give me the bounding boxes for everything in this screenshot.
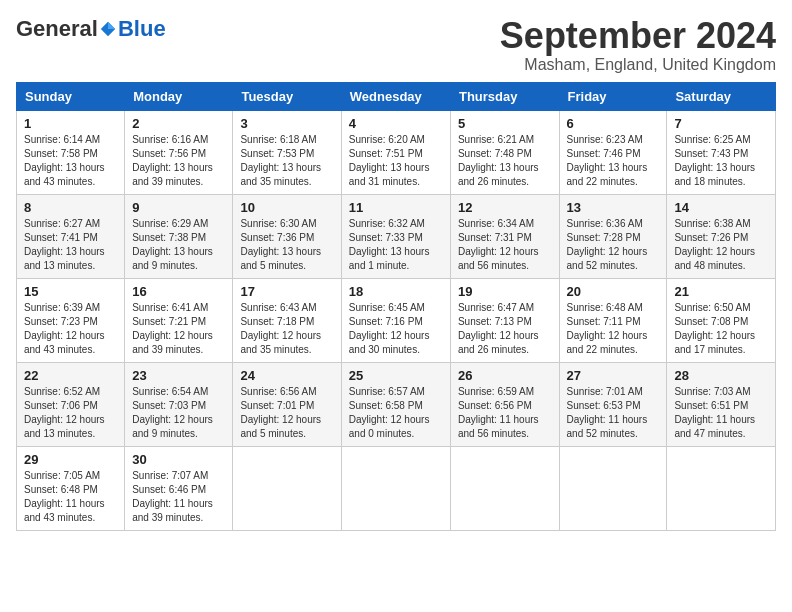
calendar-cell	[341, 446, 450, 530]
day-info: Sunrise: 6:45 AMSunset: 7:16 PMDaylight:…	[349, 301, 443, 357]
day-info: Sunrise: 6:43 AMSunset: 7:18 PMDaylight:…	[240, 301, 333, 357]
calendar-cell: 18Sunrise: 6:45 AMSunset: 7:16 PMDayligh…	[341, 278, 450, 362]
calendar-week-1: 1Sunrise: 6:14 AMSunset: 7:58 PMDaylight…	[17, 110, 776, 194]
day-info: Sunrise: 6:16 AMSunset: 7:56 PMDaylight:…	[132, 133, 225, 189]
day-info: Sunrise: 6:38 AMSunset: 7:26 PMDaylight:…	[674, 217, 768, 273]
calendar-cell	[667, 446, 776, 530]
day-info: Sunrise: 6:36 AMSunset: 7:28 PMDaylight:…	[567, 217, 660, 273]
day-number: 13	[567, 200, 660, 215]
calendar-cell: 11Sunrise: 6:32 AMSunset: 7:33 PMDayligh…	[341, 194, 450, 278]
day-number: 22	[24, 368, 117, 383]
day-number: 26	[458, 368, 552, 383]
day-info: Sunrise: 6:18 AMSunset: 7:53 PMDaylight:…	[240, 133, 333, 189]
day-number: 19	[458, 284, 552, 299]
calendar-cell: 14Sunrise: 6:38 AMSunset: 7:26 PMDayligh…	[667, 194, 776, 278]
day-number: 8	[24, 200, 117, 215]
col-header-friday: Friday	[559, 82, 667, 110]
calendar-cell: 22Sunrise: 6:52 AMSunset: 7:06 PMDayligh…	[17, 362, 125, 446]
day-info: Sunrise: 6:21 AMSunset: 7:48 PMDaylight:…	[458, 133, 552, 189]
calendar-cell: 17Sunrise: 6:43 AMSunset: 7:18 PMDayligh…	[233, 278, 341, 362]
calendar-cell	[450, 446, 559, 530]
calendar-cell: 19Sunrise: 6:47 AMSunset: 7:13 PMDayligh…	[450, 278, 559, 362]
calendar-cell: 16Sunrise: 6:41 AMSunset: 7:21 PMDayligh…	[125, 278, 233, 362]
calendar-cell: 30Sunrise: 7:07 AMSunset: 6:46 PMDayligh…	[125, 446, 233, 530]
calendar-cell: 25Sunrise: 6:57 AMSunset: 6:58 PMDayligh…	[341, 362, 450, 446]
day-info: Sunrise: 7:03 AMSunset: 6:51 PMDaylight:…	[674, 385, 768, 441]
day-number: 6	[567, 116, 660, 131]
calendar-cell: 3Sunrise: 6:18 AMSunset: 7:53 PMDaylight…	[233, 110, 341, 194]
calendar-cell: 29Sunrise: 7:05 AMSunset: 6:48 PMDayligh…	[17, 446, 125, 530]
day-number: 1	[24, 116, 117, 131]
day-number: 17	[240, 284, 333, 299]
calendar-cell: 12Sunrise: 6:34 AMSunset: 7:31 PMDayligh…	[450, 194, 559, 278]
day-info: Sunrise: 6:29 AMSunset: 7:38 PMDaylight:…	[132, 217, 225, 273]
calendar-cell	[233, 446, 341, 530]
day-info: Sunrise: 6:25 AMSunset: 7:43 PMDaylight:…	[674, 133, 768, 189]
day-info: Sunrise: 7:05 AMSunset: 6:48 PMDaylight:…	[24, 469, 117, 525]
calendar-cell: 15Sunrise: 6:39 AMSunset: 7:23 PMDayligh…	[17, 278, 125, 362]
day-info: Sunrise: 6:32 AMSunset: 7:33 PMDaylight:…	[349, 217, 443, 273]
calendar-cell: 9Sunrise: 6:29 AMSunset: 7:38 PMDaylight…	[125, 194, 233, 278]
day-info: Sunrise: 6:14 AMSunset: 7:58 PMDaylight:…	[24, 133, 117, 189]
day-info: Sunrise: 7:07 AMSunset: 6:46 PMDaylight:…	[132, 469, 225, 525]
logo: General Blue	[16, 16, 166, 42]
calendar-cell: 13Sunrise: 6:36 AMSunset: 7:28 PMDayligh…	[559, 194, 667, 278]
location-title: Masham, England, United Kingdom	[500, 56, 776, 74]
col-header-thursday: Thursday	[450, 82, 559, 110]
title-area: September 2024 Masham, England, United K…	[500, 16, 776, 74]
day-number: 2	[132, 116, 225, 131]
calendar-cell: 10Sunrise: 6:30 AMSunset: 7:36 PMDayligh…	[233, 194, 341, 278]
calendar-cell: 20Sunrise: 6:48 AMSunset: 7:11 PMDayligh…	[559, 278, 667, 362]
col-header-wednesday: Wednesday	[341, 82, 450, 110]
calendar-week-2: 8Sunrise: 6:27 AMSunset: 7:41 PMDaylight…	[17, 194, 776, 278]
day-info: Sunrise: 6:27 AMSunset: 7:41 PMDaylight:…	[24, 217, 117, 273]
calendar-cell: 6Sunrise: 6:23 AMSunset: 7:46 PMDaylight…	[559, 110, 667, 194]
logo-blue-text: Blue	[118, 16, 166, 42]
col-header-monday: Monday	[125, 82, 233, 110]
col-header-tuesday: Tuesday	[233, 82, 341, 110]
calendar-cell: 28Sunrise: 7:03 AMSunset: 6:51 PMDayligh…	[667, 362, 776, 446]
day-info: Sunrise: 6:23 AMSunset: 7:46 PMDaylight:…	[567, 133, 660, 189]
day-info: Sunrise: 6:47 AMSunset: 7:13 PMDaylight:…	[458, 301, 552, 357]
col-header-saturday: Saturday	[667, 82, 776, 110]
day-number: 20	[567, 284, 660, 299]
calendar-table: SundayMondayTuesdayWednesdayThursdayFrid…	[16, 82, 776, 531]
svg-marker-1	[108, 22, 115, 29]
calendar-cell: 8Sunrise: 6:27 AMSunset: 7:41 PMDaylight…	[17, 194, 125, 278]
day-info: Sunrise: 6:52 AMSunset: 7:06 PMDaylight:…	[24, 385, 117, 441]
day-info: Sunrise: 6:41 AMSunset: 7:21 PMDaylight:…	[132, 301, 225, 357]
calendar-cell: 27Sunrise: 7:01 AMSunset: 6:53 PMDayligh…	[559, 362, 667, 446]
day-number: 28	[674, 368, 768, 383]
calendar-cell: 2Sunrise: 6:16 AMSunset: 7:56 PMDaylight…	[125, 110, 233, 194]
day-info: Sunrise: 6:57 AMSunset: 6:58 PMDaylight:…	[349, 385, 443, 441]
day-number: 3	[240, 116, 333, 131]
col-header-sunday: Sunday	[17, 82, 125, 110]
day-number: 23	[132, 368, 225, 383]
day-info: Sunrise: 6:48 AMSunset: 7:11 PMDaylight:…	[567, 301, 660, 357]
day-number: 10	[240, 200, 333, 215]
calendar-week-5: 29Sunrise: 7:05 AMSunset: 6:48 PMDayligh…	[17, 446, 776, 530]
calendar-cell: 26Sunrise: 6:59 AMSunset: 6:56 PMDayligh…	[450, 362, 559, 446]
day-number: 5	[458, 116, 552, 131]
day-info: Sunrise: 6:34 AMSunset: 7:31 PMDaylight:…	[458, 217, 552, 273]
day-number: 25	[349, 368, 443, 383]
day-number: 29	[24, 452, 117, 467]
day-number: 9	[132, 200, 225, 215]
logo-general-text: General	[16, 16, 98, 42]
calendar-cell	[559, 446, 667, 530]
calendar-cell: 7Sunrise: 6:25 AMSunset: 7:43 PMDaylight…	[667, 110, 776, 194]
day-info: Sunrise: 6:39 AMSunset: 7:23 PMDaylight:…	[24, 301, 117, 357]
month-title: September 2024	[500, 16, 776, 56]
day-info: Sunrise: 6:59 AMSunset: 6:56 PMDaylight:…	[458, 385, 552, 441]
header: General Blue September 2024 Masham, Engl…	[16, 16, 776, 74]
logo-icon	[99, 20, 117, 38]
day-number: 24	[240, 368, 333, 383]
day-number: 14	[674, 200, 768, 215]
day-number: 21	[674, 284, 768, 299]
calendar-cell: 4Sunrise: 6:20 AMSunset: 7:51 PMDaylight…	[341, 110, 450, 194]
calendar-week-3: 15Sunrise: 6:39 AMSunset: 7:23 PMDayligh…	[17, 278, 776, 362]
day-number: 18	[349, 284, 443, 299]
day-info: Sunrise: 6:20 AMSunset: 7:51 PMDaylight:…	[349, 133, 443, 189]
day-number: 11	[349, 200, 443, 215]
calendar-cell: 24Sunrise: 6:56 AMSunset: 7:01 PMDayligh…	[233, 362, 341, 446]
